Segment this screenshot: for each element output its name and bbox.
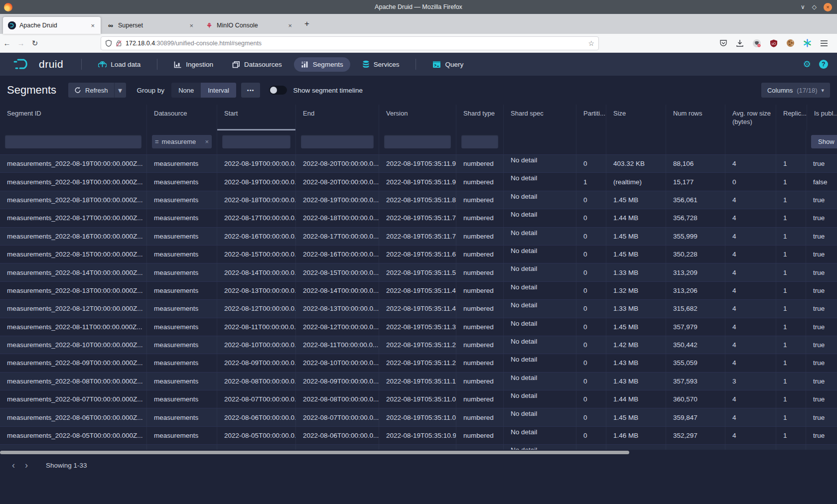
tracking-shield-icon[interactable] — [105, 40, 112, 47]
table-row[interactable]: measurements_2022-08-17T00:00:00.000Z...… — [0, 209, 837, 227]
cell-version: 2022-08-19T05:35:11.3... — [379, 318, 456, 336]
cell-is_published: true — [806, 354, 837, 372]
url-text[interactable]: 172.18.0.4:30899/unified-console.html#se… — [126, 40, 584, 47]
url-bar[interactable]: 172.18.0.4:30899/unified-console.html#se… — [101, 36, 599, 50]
cell-is_published: true — [806, 263, 837, 281]
url-host: 172.18.0.4 — [126, 40, 155, 47]
next-page-icon[interactable]: › — [20, 461, 33, 470]
column-header-id[interactable]: Segment ID — [0, 105, 147, 130]
table-row[interactable]: measurements_2022-08-14T00:00:00.000Z...… — [0, 263, 837, 281]
column-header-version[interactable]: Version — [379, 105, 456, 130]
cell-avg_row_size: 4 — [725, 354, 776, 372]
column-header-end[interactable]: End — [296, 105, 379, 130]
tab-minio-console[interactable]: ⚘MinIO Console× — [200, 17, 298, 34]
more-options-button[interactable]: ••• — [241, 83, 261, 98]
table-row[interactable]: measurements_2022-08-05T00:00:00.000Z...… — [0, 426, 837, 444]
cell-end: 2022-08-08T00:00:00.0... — [296, 390, 379, 408]
cell-shard_spec: No detail — [504, 318, 576, 336]
close-tab-icon[interactable]: × — [287, 22, 293, 29]
table-row[interactable]: measurements_2022-08-16T00:00:00.000Z...… — [0, 227, 837, 245]
tab-apache-druid[interactable]: Apache Druid× — [3, 17, 101, 34]
datasource-filter-chip[interactable]: =measureme× — [152, 135, 212, 148]
column-header-partition[interactable]: Partiti... — [576, 105, 606, 130]
filter-input-end[interactable] — [301, 135, 374, 148]
extension-asterisk-icon[interactable] — [803, 39, 812, 47]
table-row[interactable]: No detail — [0, 444, 837, 450]
columns-button[interactable]: Columns (17/18) ▾ — [761, 83, 830, 98]
column-header-is_published[interactable]: Is publ... — [807, 105, 837, 130]
table-row[interactable]: measurements_2022-08-07T00:00:00.000Z...… — [0, 390, 837, 408]
filter-input-shard_type[interactable] — [461, 135, 498, 148]
column-header-shard_spec[interactable]: Shard spec — [504, 105, 576, 130]
nav-item-segments[interactable]: Segments — [294, 57, 350, 72]
maximize-icon[interactable]: ◇ — [812, 3, 817, 10]
cell-datasource: measurements — [147, 354, 217, 372]
column-header-shard_type[interactable]: Shard type — [456, 105, 504, 130]
download-icon[interactable] — [736, 39, 744, 47]
table-row[interactable]: measurements_2022-08-11T00:00:00.000Z...… — [0, 318, 837, 336]
druid-logo[interactable]: druid — [0, 58, 74, 71]
table-row[interactable]: measurements_2022-08-12T00:00:00.000Z...… — [0, 299, 837, 317]
table-row[interactable]: measurements_2022-08-08T00:00:00.000Z...… — [0, 372, 837, 390]
nav-item-load-data[interactable]: Load data — [91, 57, 147, 72]
forward-icon[interactable]: → — [14, 39, 28, 47]
cell-id: measurements_2022-08-19T00:00:00.000Z... — [0, 173, 147, 190]
refresh-dropdown-button[interactable]: ▾ — [114, 83, 126, 98]
minimize-icon[interactable]: ∨ — [801, 3, 805, 10]
table-row[interactable]: measurements_2022-08-15T00:00:00.000Z...… — [0, 245, 837, 263]
cell-end: 2022-08-06T00:00:00.0... — [296, 427, 379, 444]
gear-icon[interactable]: ⚙ — [803, 59, 811, 70]
cookie-icon[interactable] — [786, 39, 795, 47]
table-row[interactable]: measurements_2022-08-13T00:00:00.000Z...… — [0, 281, 837, 299]
remove-filter-icon[interactable]: × — [205, 138, 209, 145]
table-row[interactable]: measurements_2022-08-10T00:00:00.000Z...… — [0, 336, 837, 354]
filter-input-id[interactable] — [5, 135, 141, 148]
column-header-replication[interactable]: Replic... — [776, 105, 807, 130]
table-row[interactable]: measurements_2022-08-09T00:00:00.000Z...… — [0, 354, 837, 372]
close-window-icon[interactable]: × — [824, 3, 832, 11]
bookmark-star-icon[interactable]: ☆ — [588, 39, 594, 47]
nav-item-datasources[interactable]: Datasources — [225, 57, 289, 72]
reload-icon[interactable]: ↻ — [28, 39, 42, 48]
privacy-masks-icon[interactable] — [752, 39, 761, 48]
column-header-num_rows[interactable]: Num rows — [666, 105, 725, 130]
column-header-start[interactable]: Start — [217, 105, 296, 130]
cell-num_rows: 350,228 — [666, 246, 725, 263]
nav-item-ingestion[interactable]: Ingestion — [167, 57, 220, 72]
refresh-button[interactable]: Refresh — [68, 83, 114, 98]
menu-icon[interactable] — [820, 40, 828, 47]
help-icon[interactable]: ? — [819, 60, 828, 69]
pocket-icon[interactable] — [719, 39, 727, 47]
cell-start: 2022-08-07T00:00:00.0... — [217, 390, 296, 408]
table-row[interactable]: measurements_2022-08-06T00:00:00.000Z...… — [0, 408, 837, 426]
cell-avg_row_size: 4 — [725, 318, 776, 336]
segment-timeline-toggle[interactable] — [269, 86, 287, 95]
is-published-filter-button[interactable]: Show — [811, 135, 837, 148]
column-header-avg_row_size[interactable]: Avg. row size (bytes) — [725, 105, 776, 130]
filter-input-version[interactable] — [384, 135, 451, 148]
cell-is_published: true — [806, 373, 837, 390]
tab-superset[interactable]: ∞Superset× — [102, 17, 199, 34]
cell-shard_spec: No detail — [504, 173, 576, 190]
table-row[interactable]: measurements_2022-08-19T00:00:00.000Z...… — [0, 172, 837, 190]
ublock-icon[interactable]: uO — [770, 39, 778, 47]
column-header-datasource[interactable]: Datasource — [147, 105, 217, 130]
filter-input-start[interactable] — [222, 135, 290, 148]
cell-size: (realtime) — [606, 173, 666, 190]
nav-item-query[interactable]: Query — [425, 57, 470, 72]
table-row[interactable]: measurements_2022-08-18T00:00:00.000Z...… — [0, 191, 837, 209]
prev-page-icon[interactable]: ‹ — [7, 461, 20, 470]
table-header-row: Segment IDDatasourceStartEndVersionShard… — [0, 105, 837, 130]
close-tab-icon[interactable]: × — [90, 22, 96, 29]
column-header-size[interactable]: Size — [606, 105, 666, 130]
new-tab-button[interactable]: + — [298, 19, 315, 29]
close-tab-icon[interactable]: × — [188, 22, 194, 29]
table-row[interactable]: measurements_2022-08-19T00:00:00.000Z...… — [0, 154, 837, 172]
insecure-lock-icon[interactable] — [116, 40, 122, 47]
group-by-interval-button[interactable]: Interval — [201, 83, 236, 98]
scrollbar-thumb[interactable] — [0, 451, 629, 454]
group-by-none-button[interactable]: None — [171, 83, 201, 98]
nav-item-services[interactable]: Services — [355, 57, 407, 72]
horizontal-scrollbar[interactable] — [0, 450, 837, 455]
back-icon[interactable]: ← — [0, 39, 14, 47]
